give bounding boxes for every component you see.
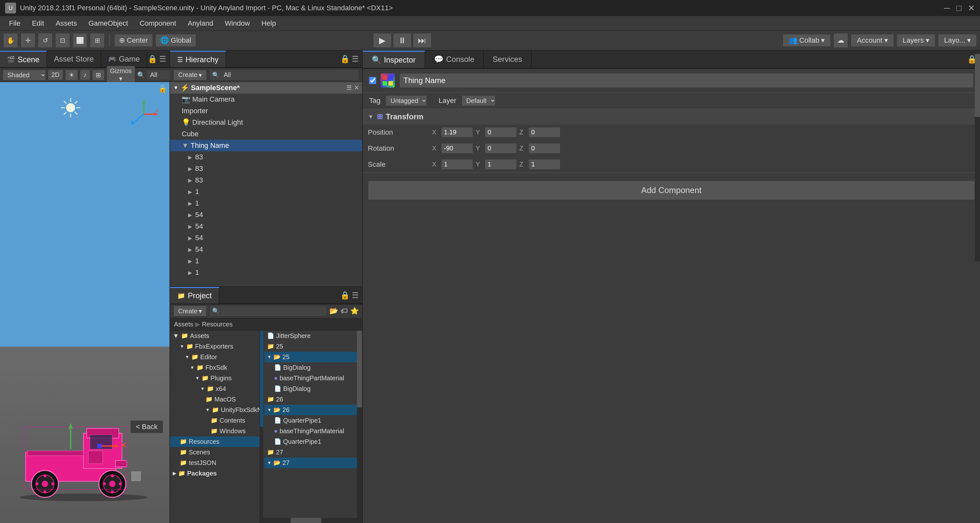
project-item-quarterpipe-2[interactable]: 📄 QuarterPipe1	[264, 436, 362, 447]
tree-packages[interactable]: ▶ 📁 Packages	[170, 468, 260, 479]
2d-btn[interactable]: 2D	[48, 70, 63, 80]
project-item-basematerial-2[interactable]: ● baseThingPartMaterial	[264, 426, 362, 436]
tree-resources[interactable]: 📁 Resources	[170, 436, 260, 447]
tree-macos[interactable]: 📁 MacOS	[170, 394, 260, 405]
position-x-input[interactable]	[441, 127, 473, 138]
object-enable-checkbox[interactable]	[369, 77, 376, 84]
global-btn[interactable]: 🌐 Global	[155, 34, 196, 47]
hierarchy-item-importer[interactable]: Importer	[170, 105, 362, 117]
scale-y-input[interactable]	[485, 159, 517, 170]
hierarchy-item-1-2[interactable]: ▶ 1	[170, 198, 362, 209]
hand-tool-btn[interactable]: ✋	[3, 33, 18, 48]
project-item-27-open[interactable]: ▼ 📂 27	[264, 458, 362, 468]
hierarchy-search[interactable]	[221, 70, 356, 80]
hierarchy-menu-icon[interactable]: ☰	[352, 54, 359, 63]
position-z-input[interactable]	[528, 127, 560, 138]
audio-btn[interactable]: ♪	[80, 70, 90, 80]
project-item-basematerial-1[interactable]: ● baseThingPartMaterial	[264, 373, 362, 384]
project-menu-icon[interactable]: ☰	[352, 291, 359, 300]
tab-services[interactable]: Services	[484, 51, 531, 68]
hierarchy-item-83-3[interactable]: ▶ 83	[170, 174, 362, 186]
collab-btn[interactable]: 👥 Collab ▾	[783, 34, 831, 47]
scene-root-menu[interactable]: ☰	[346, 84, 352, 91]
tab-inspector[interactable]: 🔍 Inspector	[363, 51, 425, 68]
project-toolbar-folder-icon[interactable]: 📂	[329, 307, 338, 315]
menu-window[interactable]: Window	[219, 17, 256, 30]
project-bottom-scrollbar[interactable]	[260, 518, 362, 523]
hierarchy-item-54-4[interactable]: ▶ 54	[170, 244, 362, 255]
object-name-input[interactable]	[399, 73, 974, 88]
hierarchy-item-83-2[interactable]: ▶ 83	[170, 163, 362, 174]
rotation-z-input[interactable]	[528, 143, 560, 154]
hierarchy-item-1-1[interactable]: ▶ 1	[170, 186, 362, 198]
breadcrumb-assets[interactable]: Assets	[174, 321, 193, 328]
hierarchy-item-54-2[interactable]: ▶ 54	[170, 220, 362, 232]
tab-console[interactable]: 💬 Console	[425, 51, 484, 68]
hierarchy-item-1-3[interactable]: ▶ 1	[170, 255, 362, 267]
hierarchy-scrollbar[interactable]	[975, 51, 980, 262]
back-btn[interactable]: < Back	[130, 420, 163, 433]
play-btn[interactable]: ▶	[373, 33, 391, 48]
move-tool-btn[interactable]: ✛	[21, 33, 35, 48]
scene-root-close[interactable]: ✕	[354, 84, 359, 91]
tree-contents[interactable]: 📁 Contents	[170, 415, 260, 426]
rect-tool-btn[interactable]: ⬜	[73, 33, 88, 48]
hierarchy-item-cube[interactable]: Cube	[170, 128, 362, 140]
rotation-y-input[interactable]	[485, 143, 517, 154]
hierarchy-lock-icon[interactable]: 🔒	[340, 54, 350, 63]
hierarchy-item-maincamera[interactable]: 📷 Main Camera	[170, 94, 362, 105]
hierarchy-item-thingname[interactable]: ▼ Thing Name	[170, 140, 362, 151]
project-right-scroll-thumb[interactable]	[260, 331, 263, 427]
cloud-btn[interactable]: ☁	[833, 33, 848, 48]
position-y-input[interactable]	[485, 127, 517, 138]
rotation-x-input[interactable]	[441, 143, 473, 154]
tree-editor[interactable]: ▼ 📁 Editor	[170, 352, 260, 362]
project-toolbar-tag-icon[interactable]: 🏷	[340, 307, 348, 315]
scale-z-input[interactable]	[528, 159, 560, 170]
project-create-btn[interactable]: Create ▾	[173, 306, 207, 317]
center-btn[interactable]: ⊕ Center	[114, 34, 153, 47]
tab-asset-store[interactable]: Asset Store	[47, 51, 101, 67]
tree-assets[interactable]: ▼ 📁 Assets	[170, 331, 260, 341]
tab-scene[interactable]: 🎬 Scene	[0, 51, 47, 67]
hierarchy-item-dirlight[interactable]: 💡 Directional Light	[170, 117, 362, 128]
project-item-bigdialog-2[interactable]: 📄 BigDialog	[264, 384, 362, 394]
transform-tool-btn[interactable]: ⊞	[90, 33, 105, 48]
project-lock-icon[interactable]: 🔒	[340, 291, 350, 300]
tree-plugins[interactable]: ▼ 📁 Plugins	[170, 373, 260, 384]
scene-lock-icon[interactable]: 🔒	[148, 54, 157, 63]
project-item-jittersphere[interactable]: 📄 JitterSphere	[264, 331, 362, 341]
gizmos-btn[interactable]: Gizmos ▾	[107, 66, 135, 84]
layers-btn[interactable]: Layers ▾	[897, 34, 935, 47]
rotate-tool-btn[interactable]: ↺	[38, 33, 52, 48]
tab-hierarchy[interactable]: ☰ Hierarchy	[170, 51, 226, 67]
menu-file[interactable]: File	[3, 17, 26, 30]
project-item-25-open[interactable]: ▼ 📂 25	[264, 352, 362, 362]
fx-btn[interactable]: ⊞	[92, 70, 105, 81]
pause-btn[interactable]: ⏸	[393, 33, 412, 48]
tree-fbxexporters[interactable]: ▼ 📁 FbxExporters	[170, 341, 260, 352]
project-toolbar-star-icon[interactable]: ⭐	[350, 307, 359, 315]
scene-menu-icon[interactable]: ☰	[159, 54, 166, 63]
scale-tool-btn[interactable]: ⊡	[55, 33, 70, 48]
hierarchy-item-1-4[interactable]: ▶ 1	[170, 267, 362, 278]
menu-component[interactable]: Component	[134, 17, 182, 30]
scene-viewport[interactable]: Y X Z 🔒	[0, 82, 170, 523]
menu-help[interactable]: Help	[256, 17, 282, 30]
scale-x-input[interactable]	[441, 159, 473, 170]
hierarchy-item-54-1[interactable]: ▶ 54	[170, 209, 362, 220]
hierarchy-create-btn[interactable]: Create ▾	[173, 70, 207, 81]
close-btn[interactable]: ✕	[968, 3, 975, 13]
project-item-26-folder[interactable]: 📁 26	[264, 394, 362, 405]
layer-dropdown[interactable]: Default	[461, 95, 496, 106]
shading-dropdown[interactable]: Shaded Wireframe	[3, 70, 46, 81]
breadcrumb-resources[interactable]: Resources	[202, 321, 233, 328]
menu-anyland[interactable]: Anyland	[182, 17, 219, 30]
tree-testjson[interactable]: 📁 testJSON	[170, 458, 260, 468]
minimize-btn[interactable]: ─	[944, 3, 950, 13]
viewport-lock-icon[interactable]: 🔒	[158, 85, 167, 93]
tab-project[interactable]: 📁 Project	[170, 287, 219, 304]
project-search[interactable]	[221, 306, 324, 316]
hierarchy-scene-root[interactable]: ▼ ⚡ SampleScene* ☰ ✕	[170, 82, 362, 94]
account-btn[interactable]: Account ▾	[851, 34, 894, 47]
